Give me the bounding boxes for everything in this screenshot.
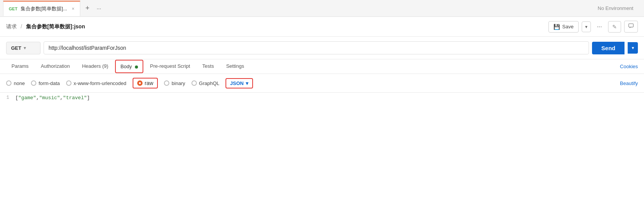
url-bar: GET ▾ Send ▾ — [0, 37, 644, 59]
send-button[interactable]: Send — [592, 42, 625, 54]
tab-headers[interactable]: Headers (9) — [77, 59, 114, 74]
tab-settings[interactable]: Settings — [221, 59, 250, 74]
new-tab-button[interactable]: + — [82, 3, 93, 14]
url-input[interactable] — [44, 41, 589, 54]
option-binary[interactable]: binary — [164, 80, 185, 86]
radio-urlencoded[interactable] — [66, 80, 71, 86]
body-options-row: none form-data x-www-form-urlencoded raw… — [0, 74, 644, 93]
radio-binary[interactable] — [164, 80, 169, 86]
tab-title: 集合参数[简单数据]... — [21, 5, 67, 12]
comment-button[interactable] — [624, 21, 638, 33]
breadcrumb: 请求 / 集合参数[简单数据]:json — [6, 23, 85, 30]
json-type-label: JSON — [230, 80, 243, 86]
edit-button[interactable]: ✎ — [608, 21, 621, 33]
save-button[interactable]: 💾 Save — [548, 21, 579, 33]
send-dropdown-button[interactable]: ▾ — [628, 42, 638, 54]
environment-selector[interactable]: No Environment — [598, 5, 641, 11]
title-actions: 💾 Save ▾ ··· ✎ — [548, 21, 638, 33]
radio-none[interactable] — [6, 80, 11, 86]
save-dropdown-button[interactable]: ▾ — [582, 21, 591, 32]
tab-bar: GET 集合参数[简单数据]... × + ··· No Environment — [0, 0, 644, 17]
radio-raw[interactable] — [137, 80, 143, 86]
method-label: GET — [11, 45, 21, 51]
tab-close-button[interactable]: × — [72, 6, 75, 11]
breadcrumb-prefix: 请求 — [6, 23, 17, 29]
option-none[interactable]: none — [6, 80, 25, 86]
request-tabs-nav: Params Authorization Headers (9) Body Pr… — [0, 59, 644, 74]
save-label: Save — [562, 24, 574, 29]
method-arrow: ▾ — [24, 46, 26, 51]
radio-form-data[interactable] — [31, 80, 36, 86]
breadcrumb-current: 集合参数[简单数据]:json — [26, 23, 85, 29]
more-options-button[interactable]: ··· — [594, 22, 605, 32]
tab-params[interactable]: Params — [6, 59, 34, 74]
option-raw-highlighted[interactable]: raw — [133, 78, 158, 88]
radio-graphql[interactable] — [191, 80, 197, 86]
code-editor: 1 ["game","music","travel"] — [0, 93, 644, 103]
tab-body[interactable]: Body — [115, 60, 143, 73]
cookies-link[interactable]: Cookies — [620, 64, 638, 69]
json-type-selector[interactable]: JSON ▾ — [225, 78, 253, 88]
code-line-1: 1 ["game","music","travel"] — [0, 93, 644, 103]
tab-tests[interactable]: Tests — [197, 59, 219, 74]
tab-authorization[interactable]: Authorization — [36, 59, 75, 74]
option-graphql[interactable]: GraphQL — [191, 80, 219, 86]
option-urlencoded[interactable]: x-www-form-urlencoded — [66, 80, 127, 86]
body-active-indicator — [135, 65, 138, 69]
title-bar: 请求 / 集合参数[简单数据]:json 💾 Save ▾ ··· ✎ — [0, 17, 644, 37]
beautify-button[interactable]: Beautify — [620, 80, 638, 86]
breadcrumb-separator: / — [21, 23, 22, 29]
svg-rect-0 — [629, 24, 633, 27]
save-icon: 💾 — [553, 24, 560, 30]
tab-pre-request[interactable]: Pre-request Script — [145, 59, 196, 74]
option-form-data[interactable]: form-data — [31, 80, 60, 86]
line-number-1: 1 — [0, 95, 15, 100]
method-selector[interactable]: GET ▾ — [6, 42, 41, 54]
code-content-1[interactable]: ["game","music","travel"] — [15, 95, 90, 101]
active-tab[interactable]: GET 集合参数[简单数据]... × — [3, 1, 80, 16]
json-type-arrow: ▾ — [246, 80, 248, 86]
tab-more-button[interactable]: ··· — [93, 3, 105, 14]
tab-method-label: GET — [9, 7, 18, 11]
comment-icon — [628, 23, 634, 29]
